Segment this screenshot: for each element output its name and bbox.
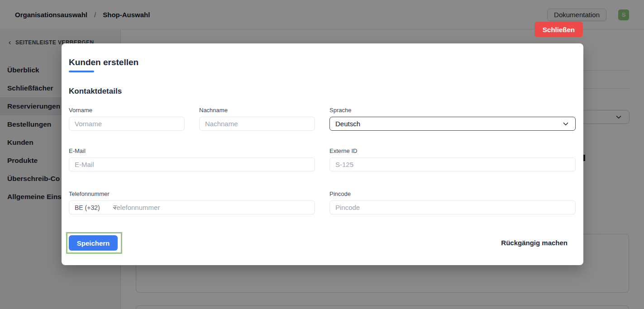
pincode-input[interactable] [329,200,576,214]
vorname-input[interactable] [69,117,185,131]
create-customer-modal: Kunden erstellen Kontaktdetails Vorname … [62,43,583,265]
telefonnummer-inputgroup: BE (+32) [69,200,315,214]
field-telefonnummer: Telefonnummer BE (+32) [69,190,315,214]
nachname-label: Nachname [199,107,315,114]
sprache-selected-value: Deutsch [335,120,360,128]
modal-title: Kunden erstellen [69,57,138,67]
email-label: E-Mail [69,147,315,155]
field-pincode: Pincode [329,190,576,214]
save-button[interactable]: Speichern [69,235,118,251]
telefonnummer-input[interactable] [69,201,315,214]
section-title: Kontaktdetails [69,87,122,96]
externe-id-input[interactable] [329,157,576,171]
vorname-label: Vorname [69,107,185,114]
field-nachname: Nachname [199,107,315,131]
field-sprache: Sprache Deutsch [329,107,576,131]
title-underline [69,71,94,72]
close-button[interactable]: Schließen [534,22,583,37]
pincode-label: Pincode [329,190,576,198]
externe-id-label: Externe ID [329,147,576,155]
field-externe-id: Externe ID [329,147,576,171]
sprache-select[interactable]: Deutsch [329,117,576,131]
nachname-input[interactable] [199,117,315,131]
field-email: E-Mail [69,147,315,171]
email-input[interactable] [69,157,315,171]
undo-button[interactable]: Rückgängig machen [501,239,568,247]
telefonnummer-label: Telefonnummer [69,190,315,198]
field-vorname: Vorname [69,107,185,131]
chevron-down-icon [562,120,570,128]
sprache-label: Sprache [329,107,576,114]
